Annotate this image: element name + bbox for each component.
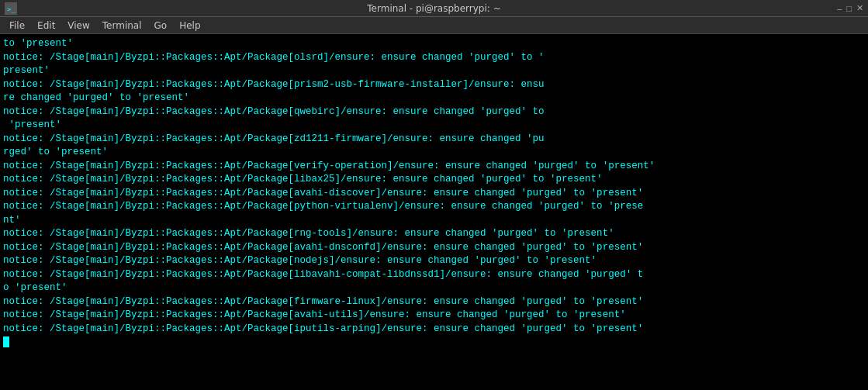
menu-file[interactable]: File xyxy=(3,19,31,33)
terminal-icon: >_ xyxy=(5,2,17,15)
terminal-cursor xyxy=(3,337,9,347)
svg-text:>_: >_ xyxy=(7,5,16,13)
menu-view[interactable]: View xyxy=(61,19,95,33)
window-title: Terminal - pi@raspberrypi: ~ xyxy=(367,3,500,14)
close-button[interactable]: ✕ xyxy=(856,3,863,13)
menu-edit[interactable]: Edit xyxy=(31,19,61,33)
menu-terminal[interactable]: Terminal xyxy=(96,19,148,33)
menu-help[interactable]: Help xyxy=(173,19,206,33)
title-bar-left: >_ xyxy=(5,2,17,15)
terminal-output: to 'present' notice: /Stage[main]/Byzpi:… xyxy=(3,37,865,350)
terminal-window: >_ Terminal - pi@raspberrypi: ~ – □ ✕ Fi… xyxy=(0,0,868,390)
menu-go[interactable]: Go xyxy=(148,19,174,33)
menubar: File Edit View Terminal Go Help xyxy=(0,17,868,34)
minimize-button[interactable]: – xyxy=(837,4,842,13)
title-bar: >_ Terminal - pi@raspberrypi: ~ – □ ✕ xyxy=(0,0,868,17)
maximize-button[interactable]: □ xyxy=(846,4,852,13)
title-bar-controls: – □ ✕ xyxy=(837,3,863,13)
terminal-body[interactable]: to 'present' notice: /Stage[main]/Byzpi:… xyxy=(0,34,868,390)
